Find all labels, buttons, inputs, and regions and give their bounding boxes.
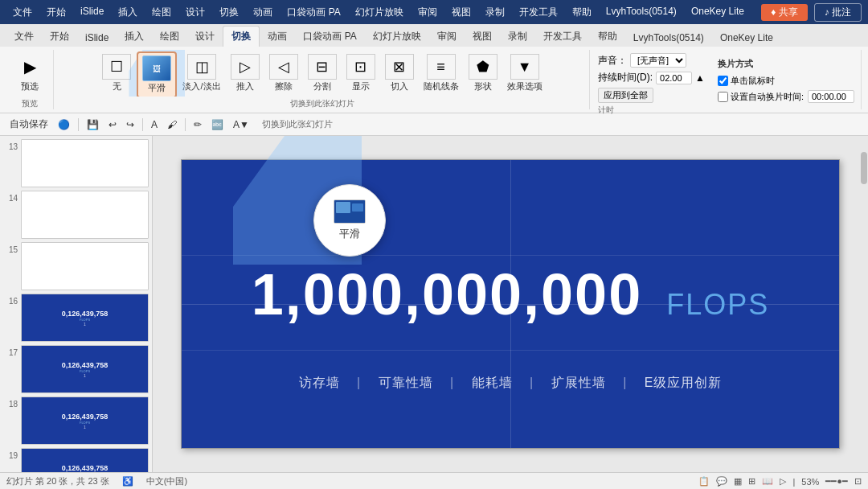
menu-file[interactable]: 文件	[6, 4, 39, 21]
annotate-button[interactable]: ♪ 批注	[814, 3, 862, 22]
menu-design[interactable]: 设计	[179, 4, 211, 21]
tab-record[interactable]: 录制	[500, 27, 535, 47]
ribbon-group-transitions: ☐ 无 🖼 平滑 ◫ 淡入/淡出	[55, 50, 590, 109]
tab-slideshow[interactable]: 幻灯片放映	[365, 27, 429, 47]
zoom-fit[interactable]: ⊡	[854, 476, 862, 487]
transition-wipe[interactable]: ◁ 擦除	[265, 51, 302, 95]
tab-pa[interactable]: 口袋动画 PA	[295, 27, 364, 47]
tab-start[interactable]: 开始	[42, 27, 77, 47]
toggle-autosave[interactable]: 🔵	[55, 117, 73, 132]
format-btn[interactable]: A	[148, 117, 161, 132]
menu-help[interactable]: 帮助	[566, 4, 598, 21]
preview-button[interactable]: ▶ 预选	[13, 51, 47, 95]
menu-draw[interactable]: 绘图	[145, 4, 178, 21]
single-click-check[interactable]: 单击鼠标时	[718, 75, 854, 87]
transition-random-lines[interactable]: ≡ 随机线条	[420, 51, 463, 95]
slide-preview-14[interactable]	[21, 191, 149, 239]
menu-view[interactable]: 视图	[445, 4, 477, 21]
menu-insert[interactable]: 插入	[112, 4, 144, 21]
menu-animation[interactable]: 动画	[247, 4, 279, 21]
slide-preview-18[interactable]: 0,126,439,758 FLOPS 1	[21, 397, 149, 445]
tab-animation[interactable]: 动画	[260, 27, 295, 47]
tab-draw[interactable]: 绘图	[152, 27, 187, 47]
grid-h3	[182, 350, 839, 351]
extra-btn-1[interactable]: ✏	[190, 117, 205, 132]
toolbar-sep-3	[185, 118, 186, 131]
extra-btn-3[interactable]: A▼	[230, 117, 252, 132]
tab-design[interactable]: 设计	[187, 27, 223, 47]
auto-time-input[interactable]	[808, 90, 854, 103]
copy-format[interactable]: 🖌	[164, 117, 180, 132]
single-click-checkbox[interactable]	[718, 76, 728, 86]
transition-push[interactable]: ▷ 推入	[227, 51, 264, 95]
tab-view[interactable]: 视图	[465, 27, 500, 47]
zoom-slider[interactable]: ━━●━	[825, 476, 848, 487]
transition-cut[interactable]: ⊠ 切入	[381, 51, 418, 95]
tab-onekey[interactable]: OneKey Lite	[712, 29, 781, 47]
v-scroll-thumb[interactable]	[861, 152, 867, 184]
menu-record[interactable]: 录制	[479, 4, 511, 21]
transition-smooth[interactable]: 🖼 平滑	[137, 51, 177, 97]
redo-btn[interactable]: ↪	[123, 117, 137, 132]
menu-slideshow[interactable]: 幻灯片放映	[349, 4, 410, 21]
share-button[interactable]: ♦ 共享	[761, 4, 807, 21]
accessibility-icon: ♿	[122, 476, 133, 487]
apply-all-button[interactable]: 应用到全部	[598, 88, 653, 103]
menu-lvyh[interactable]: LvyhTools(0514)	[600, 4, 683, 21]
menu-transition[interactable]: 切换	[213, 4, 245, 21]
menu-onekey[interactable]: OneKey Lite	[685, 4, 751, 21]
transition-split[interactable]: ⊟ 分割	[304, 51, 341, 95]
undo-btn[interactable]: ↩	[105, 117, 120, 132]
slideshow-view[interactable]: ▷	[780, 476, 786, 487]
slide-thumb-13[interactable]: 13	[3, 139, 149, 187]
tab-dev[interactable]: 开发工具	[535, 27, 590, 47]
slide-thumb-16[interactable]: 16 0,126,439,758 FLOPS 1	[3, 294, 149, 342]
menu-islide[interactable]: iSlide	[74, 4, 110, 21]
menu-pa[interactable]: 口袋动画 PA	[280, 4, 346, 21]
auto-time-checkbox[interactable]	[718, 92, 728, 102]
tab-review[interactable]: 审阅	[429, 27, 465, 47]
menu-start[interactable]: 开始	[40, 4, 72, 21]
transition-items: ☐ 无 🖼 平滑 ◫ 淡入/淡出	[98, 50, 546, 97]
autosave-btn[interactable]: 自动保存	[6, 116, 51, 133]
none-label: 无	[113, 80, 121, 92]
slide-thumb-15[interactable]: 15	[3, 242, 149, 290]
slide-thumb-17[interactable]: 17 0,126,439,758 FLOPS 1	[3, 345, 149, 393]
slide-preview-19[interactable]: 0,126,439,758 FLOPS 1	[21, 448, 149, 472]
slide-thumb-18[interactable]: 18 0,126,439,758 FLOPS 1	[3, 397, 149, 445]
save-btn[interactable]: 💾	[84, 117, 102, 132]
extra-btn-2[interactable]: 🔤	[208, 117, 227, 132]
duration-input[interactable]	[656, 72, 692, 84]
tab-lvyh[interactable]: LvyhTools(0514)	[625, 29, 712, 47]
menu-review[interactable]: 审阅	[411, 4, 444, 21]
tab-transition[interactable]: 切换	[223, 26, 260, 47]
slide-preview-15[interactable]	[21, 242, 149, 290]
slide-thumb-14[interactable]: 14	[3, 191, 149, 239]
tab-help[interactable]: 帮助	[590, 27, 625, 47]
up-arrow[interactable]: ▲	[695, 72, 705, 84]
transition-fade[interactable]: ◫ 淡入/淡出	[178, 51, 224, 95]
tab-islide[interactable]: iSlide	[77, 29, 117, 47]
transition-none[interactable]: ☐ 无	[98, 51, 135, 95]
title-bar-menu[interactable]: 文件 开始 iSlide 插入 绘图 设计 切换 动画 口袋动画 PA 幻灯片放…	[6, 4, 751, 21]
auto-time-check[interactable]: 设置自动换片时间:	[718, 90, 854, 103]
reading-view[interactable]: 📖	[762, 476, 773, 487]
slide-preview-16[interactable]: 0,126,439,758 FLOPS 1	[21, 294, 149, 342]
tab-insert[interactable]: 插入	[117, 27, 152, 47]
comment-icon[interactable]: 💬	[716, 476, 727, 487]
split-label: 分割	[313, 80, 331, 92]
notes-icon[interactable]: 📋	[698, 476, 710, 487]
slide-preview-17[interactable]: 0,126,439,758 FLOPS 1	[21, 345, 149, 393]
slide-preview-13[interactable]	[21, 139, 149, 187]
tab-file[interactable]: 文件	[6, 27, 42, 47]
transition-shape[interactable]: ⬟ 形状	[465, 51, 502, 95]
slide-thumb-19[interactable]: 19 0,126,439,758 FLOPS 1	[3, 448, 149, 472]
sound-select[interactable]: [无声音]	[630, 53, 686, 68]
slide-canvas[interactable]: 1,000,000,000 FLOPS 访存墙 | 可靠性墙 | 能耗墙 | 扩…	[181, 159, 840, 449]
v-scrollbar[interactable]	[860, 136, 868, 472]
effect-options[interactable]: ▼ 效果选项	[503, 51, 547, 95]
normal-view[interactable]: ▦	[734, 476, 742, 487]
menu-dev[interactable]: 开发工具	[513, 4, 564, 21]
transition-show[interactable]: ⊡ 显示	[342, 51, 379, 95]
slide-sorter-view[interactable]: ⊞	[748, 476, 755, 487]
